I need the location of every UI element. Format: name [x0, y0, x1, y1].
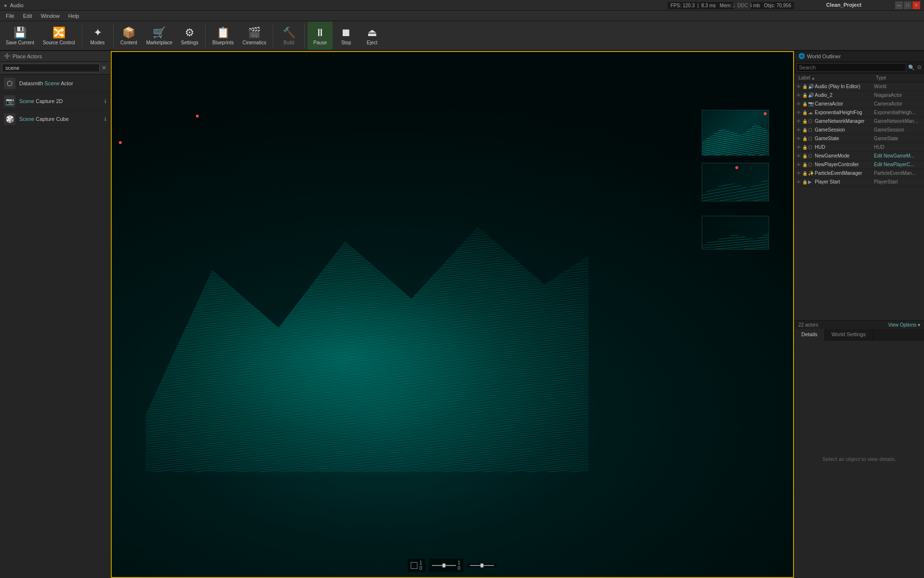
outliner-search-input[interactable] [796, 63, 906, 72]
outliner-view-options[interactable]: View Options ▾ [888, 322, 920, 328]
lock-icon: 🔒 [802, 128, 808, 132]
scene-capture-cube-info[interactable]: ℹ [104, 117, 106, 122]
cinematics-button[interactable]: 🎬 Cinematics [239, 22, 270, 50]
right-panel: 🌐 World Outliner 🔍 ⚙ Label Type 👁 🔒 🔊 Au… [794, 51, 924, 578]
stop-icon: ⏹ [341, 26, 351, 39]
scene-capture-cube-label: Scene Capture Cube [19, 116, 101, 122]
outliner-row-gamemode[interactable]: 👁 🔒 ⬡ NewGameMode Edit NewGameM... [795, 152, 924, 160]
particle-icon: ✨ [808, 171, 815, 176]
blueprints-button[interactable]: 📋 Blueprints [208, 22, 237, 50]
marketplace-button[interactable]: 🛒 Marketplace [142, 22, 176, 50]
eye-icon[interactable]: 👁 [796, 110, 802, 115]
outliner-row-hud[interactable]: 👁 🔒 ⬡ HUD HUD [795, 143, 924, 152]
toolbar-separator-3 [205, 24, 205, 48]
list-item[interactable]: ⬡ Datasmith Scene Actor [0, 75, 110, 92]
actor-count: 22 actors [798, 322, 818, 328]
eye-icon[interactable]: 👁 [796, 93, 802, 98]
playercontroller-icon: ⬡ [808, 162, 815, 167]
outliner-options-icon[interactable]: ⚙ [917, 64, 922, 71]
list-item[interactable]: 🎲 Scene Capture Cube ℹ [0, 110, 110, 128]
details-content: Select an object to view details. [795, 341, 924, 578]
datasmith-icon: ⬡ [4, 78, 15, 89]
save-current-button[interactable]: 💾 Save Current [2, 22, 38, 50]
outliner-row-camera[interactable]: 👁 🔒 📷 CameraActor CameraActor [795, 100, 924, 108]
marketplace-icon: 🛒 [153, 26, 166, 39]
column-type[interactable]: Type [874, 75, 922, 81]
eye-icon[interactable]: 👁 [796, 102, 802, 106]
outliner-row-gamestate[interactable]: 👁 🔒 ⬡ GameState GameState [795, 134, 924, 143]
menu-file[interactable]: File [2, 12, 18, 20]
menu-edit[interactable]: Edit [19, 12, 36, 20]
outliner-search-icon: 🔍 [908, 65, 915, 71]
outliner-row-audio-pie[interactable]: 👁 🔒 🔊 Audio (Play In Editor) World [795, 82, 924, 91]
place-actors-header: ➕ Place Actors [0, 51, 110, 62]
gamemode-icon: ⬡ [808, 153, 815, 158]
tab-world-settings[interactable]: World Settings [825, 329, 873, 340]
eye-icon[interactable]: 👁 [796, 136, 802, 141]
menu-window[interactable]: Window [37, 12, 64, 20]
outliner-row-playerstart[interactable]: 👁 🔒 ▶ Player Start PlayerStart [795, 178, 924, 186]
eye-icon[interactable]: 👁 [796, 154, 802, 158]
clear-search-button[interactable]: ✕ [100, 65, 108, 71]
outliner-row-particles[interactable]: 👁 🔒 ✨ ParticleEventManager ParticleEvent… [795, 169, 924, 178]
lock-icon: 🔒 [802, 93, 808, 98]
modes-button[interactable]: ✦ Modes [85, 22, 110, 50]
eye-icon[interactable]: 👁 [796, 171, 802, 176]
camera-icon: 📷 [808, 101, 815, 106]
viewport[interactable]: 10 10 [111, 51, 794, 578]
viewport-bottom-controls: 10 10 [408, 559, 497, 572]
build-icon: 🔨 [282, 26, 295, 39]
maximize-button[interactable]: □ [904, 1, 911, 9]
eye-icon[interactable]: 👁 [796, 128, 802, 132]
settings-icon: ⚙ [185, 26, 194, 39]
actor-type-world-icon: 🔊 [808, 84, 815, 89]
toolbar-separator-5 [304, 24, 305, 48]
place-actors-title: Place Actors [13, 53, 42, 59]
outliner-row-session[interactable]: 👁 🔒 ⬡ GameSession GameSession [795, 126, 924, 134]
outliner-row-fog[interactable]: 👁 🔒 ☁ ExponentialHeightFog ExponentialHe… [795, 108, 924, 117]
title-bar: ● Audio FPS: 120.3 | 8.3 ms Mem: 2,794.1… [0, 0, 924, 11]
thumb2-red-dot [735, 166, 738, 169]
eye-icon[interactable]: 👁 [796, 84, 802, 89]
search-input[interactable] [2, 64, 100, 72]
column-label[interactable]: Label [796, 75, 874, 81]
viewport-num-2: 10 [458, 560, 461, 571]
list-item[interactable]: 📷 Scene Capture 2D ℹ [0, 92, 110, 110]
tab-details[interactable]: Details [795, 329, 825, 341]
scene-capture-2d-icon: 📷 [4, 95, 15, 107]
eject-button[interactable]: ⏏ Eject [359, 22, 385, 50]
content-button[interactable]: 📦 Content [116, 22, 141, 50]
scene-capture-2d-info[interactable]: ℹ [104, 99, 106, 104]
stop-button[interactable]: ⏹ Stop [334, 22, 359, 50]
fps-display: FPS: 120.3 | 8.3 ms Mem: 2,794.14 mb Obj… [667, 2, 794, 9]
ddc-label: DDC [734, 2, 751, 9]
window-controls[interactable]: — □ ✕ [895, 1, 920, 9]
pause-button[interactable]: ⏸ Pause [308, 22, 333, 50]
minimize-button[interactable]: — [895, 1, 903, 9]
outliner-title: World Outliner [807, 53, 841, 59]
close-button[interactable]: ✕ [912, 1, 920, 9]
outliner-row-audio2[interactable]: 👁 🔒 🔊 Audio_2 NiagaraActor [795, 91, 924, 100]
menu-help[interactable]: Help [64, 12, 83, 20]
actor-type-icon: 🔊 [808, 92, 815, 98]
cinematics-icon: 🎬 [248, 26, 261, 39]
lock-icon: 🔒 [802, 145, 808, 150]
eye-icon[interactable]: 👁 [796, 145, 802, 150]
build-button[interactable]: 🔨 Build [276, 22, 301, 50]
viewport-ctrl-group-1: 10 [408, 559, 425, 572]
eye-icon[interactable]: 👁 [796, 119, 802, 124]
outliner-list: 👁 🔒 🔊 Audio (Play In Editor) World 👁 🔒 🔊… [795, 82, 924, 320]
viewport-slider-2[interactable] [470, 565, 494, 566]
source-control-button[interactable]: 🔀 Source Control [39, 22, 79, 50]
viewport-num-1: 10 [419, 560, 422, 571]
outliner-row-network[interactable]: 👁 🔒 ⬡ GameNetworkManager GameNetworkMan.… [795, 117, 924, 126]
settings-button[interactable]: ⚙ Settings [177, 22, 202, 50]
outliner-row-playercontroller[interactable]: 👁 🔒 ⬡ NewPlayerController Edit NewPlayer… [795, 160, 924, 169]
datasmith-label: Datasmith Scene Actor [19, 80, 106, 86]
main-layout: ➕ Place Actors ✕ ⬡ Datasmith Scene Actor… [0, 51, 924, 578]
eye-icon[interactable]: 👁 [796, 162, 802, 167]
content-icon: 📦 [122, 26, 135, 39]
viewport-slider-1[interactable] [432, 565, 456, 566]
eye-icon[interactable]: 👁 [796, 180, 802, 184]
details-placeholder: Select an object to view details. [822, 456, 896, 462]
